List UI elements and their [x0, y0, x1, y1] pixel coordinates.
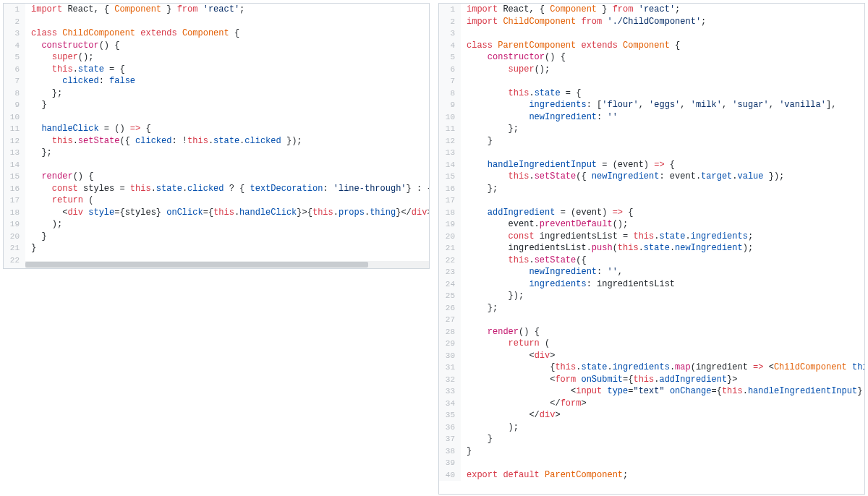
line-content[interactable]: <div>: [461, 350, 555, 362]
code-line[interactable]: 19 event.preventDefault();: [439, 218, 864, 231]
code-line[interactable]: 11 handleClick = () => {: [4, 123, 429, 135]
line-content[interactable]: import React, { Component } from 'react'…: [25, 4, 244, 16]
line-content[interactable]: const ingredientsList = this.state.ingre…: [461, 231, 753, 243]
line-content[interactable]: constructor() {: [25, 40, 119, 52]
line-content[interactable]: constructor() {: [461, 51, 566, 64]
code-line[interactable]: 5 super();: [4, 51, 429, 64]
code-line[interactable]: 20 }: [4, 231, 429, 243]
line-content[interactable]: };: [461, 123, 519, 135]
line-content[interactable]: }: [461, 433, 493, 445]
code-line[interactable]: 21}: [4, 242, 429, 255]
line-content[interactable]: ingredientsList.push(this.state.newIngre…: [461, 242, 753, 255]
code-line[interactable]: 2import ChildComponent from './ChildComp…: [439, 16, 864, 28]
line-content[interactable]: const styles = this.state.clicked ? { te…: [25, 183, 430, 195]
code-line[interactable]: 10: [4, 111, 429, 124]
line-content[interactable]: export default ParentComponent;: [461, 469, 628, 482]
line-content[interactable]: ingredients: ingredientsList: [461, 278, 675, 291]
line-content[interactable]: }: [25, 231, 47, 243]
line-content[interactable]: [25, 16, 31, 28]
line-content[interactable]: import ChildComponent from './ChildCompo…: [461, 16, 706, 28]
line-content[interactable]: });: [461, 290, 524, 302]
code-line[interactable]: 32 <form onSubmit={this.addIngredient}>: [439, 374, 864, 386]
scrollbar-thumb[interactable]: [25, 262, 368, 268]
code-line[interactable]: 14: [4, 159, 429, 171]
line-content[interactable]: newIngredient: '': [461, 111, 618, 124]
line-content[interactable]: };: [25, 87, 62, 100]
horizontal-scrollbar[interactable]: [25, 261, 429, 268]
code-line[interactable]: 16 };: [439, 183, 864, 195]
line-content[interactable]: super();: [25, 51, 93, 64]
code-line[interactable]: 23 newIngredient: '',: [439, 266, 864, 278]
code-line[interactable]: 16 const styles = this.state.clicked ? {…: [4, 183, 429, 195]
code-line[interactable]: 19 );: [4, 218, 429, 231]
code-body-right[interactable]: 1import React, { Component } from 'react…: [439, 4, 864, 481]
code-line[interactable]: 1import React, { Component } from 'react…: [439, 4, 864, 16]
code-pane-parent-component[interactable]: 1import React, { Component } from 'react…: [438, 3, 865, 495]
line-content[interactable]: class ParentComponent extends Component …: [461, 40, 680, 52]
line-content[interactable]: [25, 159, 31, 171]
line-content[interactable]: super();: [461, 64, 550, 76]
code-line[interactable]: 9 ingredients: ['flour', 'eggs', 'milk',…: [439, 99, 864, 111]
line-content[interactable]: );: [25, 218, 62, 231]
line-content[interactable]: }: [25, 242, 36, 255]
line-content[interactable]: }: [25, 99, 47, 111]
code-line[interactable]: 31 {this.state.ingredients.map(ingredien…: [439, 362, 864, 374]
code-line[interactable]: 7 clicked: false: [4, 75, 429, 87]
line-content[interactable]: this.setState({ clicked: !this.state.cli…: [25, 135, 302, 147]
line-content[interactable]: ingredients: ['flour', 'eggs', 'milk', '…: [461, 99, 836, 111]
code-line[interactable]: 15 this.setState({ newIngredient: event.…: [439, 171, 864, 183]
code-line[interactable]: 12 this.setState({ clicked: !this.state.…: [4, 135, 429, 147]
code-line[interactable]: 29 return (: [439, 338, 864, 350]
code-line[interactable]: 10 newIngredient: '': [439, 111, 864, 124]
line-content[interactable]: render() {: [25, 171, 93, 183]
code-line[interactable]: 20 const ingredientsList = this.state.in…: [439, 231, 864, 243]
code-line[interactable]: 38}: [439, 445, 864, 458]
code-line[interactable]: 8 };: [4, 87, 429, 100]
code-line[interactable]: 3class ChildComponent extends Component …: [4, 27, 429, 40]
code-line[interactable]: 8 this.state = {: [439, 87, 864, 100]
code-line[interactable]: 17: [439, 194, 864, 207]
line-content[interactable]: [461, 27, 467, 40]
code-line[interactable]: 4 constructor() {: [4, 40, 429, 52]
line-content[interactable]: this.setState({: [461, 255, 587, 267]
code-line[interactable]: 21 ingredientsList.push(this.state.newIn…: [439, 242, 864, 255]
code-line[interactable]: 34 </form>: [439, 398, 864, 410]
code-line[interactable]: 14 handleIngredientInput = (event) => {: [439, 159, 864, 171]
line-content[interactable]: return (: [25, 194, 93, 207]
code-line[interactable]: 24 ingredients: ingredientsList: [439, 278, 864, 291]
line-content[interactable]: [461, 457, 467, 469]
line-content[interactable]: newIngredient: '',: [461, 266, 623, 278]
code-line[interactable]: 5 constructor() {: [439, 51, 864, 64]
code-body-left[interactable]: 1import React, { Component } from 'react…: [4, 4, 429, 269]
line-content[interactable]: clicked: false: [25, 75, 135, 87]
line-content[interactable]: event.preventDefault();: [461, 218, 628, 231]
line-content[interactable]: import React, { Component } from 'react'…: [461, 4, 680, 16]
line-content[interactable]: [25, 111, 31, 124]
line-content[interactable]: [461, 314, 467, 326]
line-content[interactable]: return (: [461, 338, 550, 350]
code-line[interactable]: 33 <input type="text" onChange={this.han…: [439, 385, 864, 398]
code-line[interactable]: 30 <div>: [439, 350, 864, 362]
code-line[interactable]: 40export default ParentComponent;: [439, 469, 864, 482]
line-content[interactable]: [461, 75, 467, 87]
code-line[interactable]: 35 </div>: [439, 409, 864, 422]
code-line[interactable]: 25 });: [439, 290, 864, 302]
code-line[interactable]: 28 render() {: [439, 326, 864, 338]
line-content[interactable]: }: [461, 135, 493, 147]
line-content[interactable]: [461, 147, 467, 159]
line-content[interactable]: addIngredient = (event) => {: [461, 207, 633, 219]
code-line[interactable]: 17 return (: [4, 194, 429, 207]
code-line[interactable]: 22 this.setState({: [439, 255, 864, 267]
code-line[interactable]: 36 );: [439, 422, 864, 434]
line-content[interactable]: };: [461, 302, 498, 315]
line-content[interactable]: );: [461, 422, 519, 434]
line-content[interactable]: };: [461, 183, 498, 195]
code-line[interactable]: 6 this.state = {: [4, 64, 429, 76]
code-line[interactable]: 18 <div style={styles} onClick={this.han…: [4, 207, 429, 219]
line-content[interactable]: handleIngredientInput = (event) => {: [461, 159, 675, 171]
line-content[interactable]: </div>: [461, 409, 561, 422]
code-line[interactable]: 13 };: [4, 147, 429, 159]
line-content[interactable]: <div style={styles} onClick={this.handle…: [25, 207, 430, 219]
line-content[interactable]: }: [461, 445, 472, 458]
code-line[interactable]: 7: [439, 75, 864, 87]
